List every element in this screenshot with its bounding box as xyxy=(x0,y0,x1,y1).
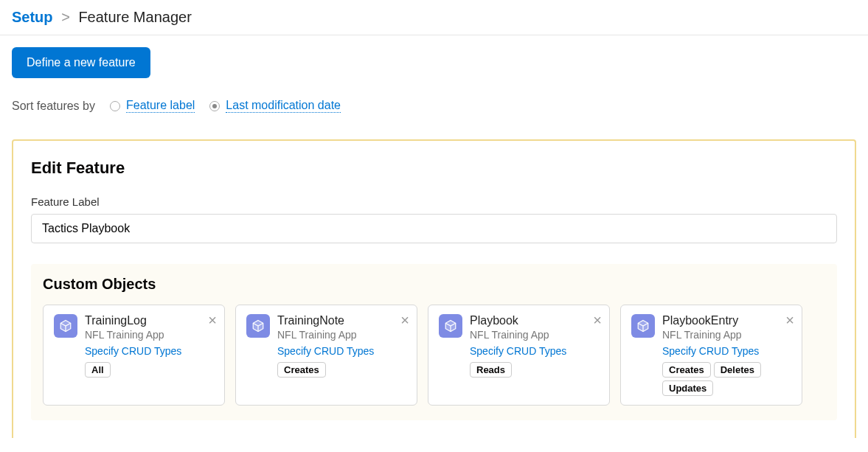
close-icon[interactable]: × xyxy=(400,313,409,327)
sort-option-last-modified[interactable]: Last modification date xyxy=(209,99,341,113)
feature-label-input[interactable] xyxy=(31,214,837,243)
edit-feature-panel: Edit Feature Feature Label Custom Object… xyxy=(12,139,856,438)
object-subtitle: NFL Training App xyxy=(662,329,791,341)
breadcrumb-separator: > xyxy=(61,9,70,25)
custom-objects-section: Custom Objects TrainingLog NFL Training … xyxy=(31,264,837,420)
crud-tag: Creates xyxy=(277,362,326,378)
custom-objects-heading: Custom Objects xyxy=(31,276,837,305)
sort-option-text: Last modification date xyxy=(226,99,341,113)
cube-icon xyxy=(54,314,77,338)
breadcrumb: Setup > Feature Manager xyxy=(0,0,868,35)
custom-objects-cards: TrainingLog NFL Training App Specify CRU… xyxy=(31,305,837,406)
radio-icon xyxy=(209,101,220,111)
close-icon[interactable]: × xyxy=(785,313,794,327)
radio-icon xyxy=(110,101,120,111)
breadcrumb-current: Feature Manager xyxy=(78,9,191,25)
edit-feature-heading: Edit Feature xyxy=(31,159,837,178)
object-title: PlaybookEntry xyxy=(662,314,791,327)
sort-label: Sort features by xyxy=(12,100,95,113)
crud-tag: Creates xyxy=(662,362,711,378)
define-feature-button[interactable]: Define a new feature xyxy=(12,47,150,78)
cube-icon xyxy=(631,314,655,338)
cube-icon xyxy=(246,314,270,338)
object-card: PlaybookEntry NFL Training App Specify C… xyxy=(620,305,802,406)
object-title: TrainingLog xyxy=(85,314,214,327)
specify-crud-link[interactable]: Specify CRUD Types xyxy=(85,345,181,357)
specify-crud-link[interactable]: Specify CRUD Types xyxy=(470,345,566,357)
object-subtitle: NFL Training App xyxy=(277,329,406,341)
feature-label-label: Feature Label xyxy=(31,195,837,208)
object-title: TrainingNote xyxy=(277,314,406,327)
object-card: TrainingLog NFL Training App Specify CRU… xyxy=(43,305,225,406)
crud-tag: Deletes xyxy=(714,362,761,378)
sort-option-feature-label[interactable]: Feature label xyxy=(110,99,195,113)
object-subtitle: NFL Training App xyxy=(85,329,214,341)
object-card: Playbook NFL Training App Specify CRUD T… xyxy=(428,305,610,406)
specify-crud-link[interactable]: Specify CRUD Types xyxy=(662,345,759,357)
crud-tag: All xyxy=(85,362,111,378)
crud-tag: Reads xyxy=(470,362,512,378)
crud-tag: Updates xyxy=(662,380,713,396)
object-title: Playbook xyxy=(470,314,599,327)
cube-icon xyxy=(439,314,462,338)
specify-crud-link[interactable]: Specify CRUD Types xyxy=(277,345,374,357)
close-icon[interactable]: × xyxy=(208,313,217,327)
breadcrumb-root[interactable]: Setup xyxy=(12,9,53,25)
object-card: TrainingNote NFL Training App Specify CR… xyxy=(235,305,417,406)
sort-option-text: Feature label xyxy=(126,99,195,113)
object-subtitle: NFL Training App xyxy=(470,329,599,341)
close-icon[interactable]: × xyxy=(593,313,602,327)
